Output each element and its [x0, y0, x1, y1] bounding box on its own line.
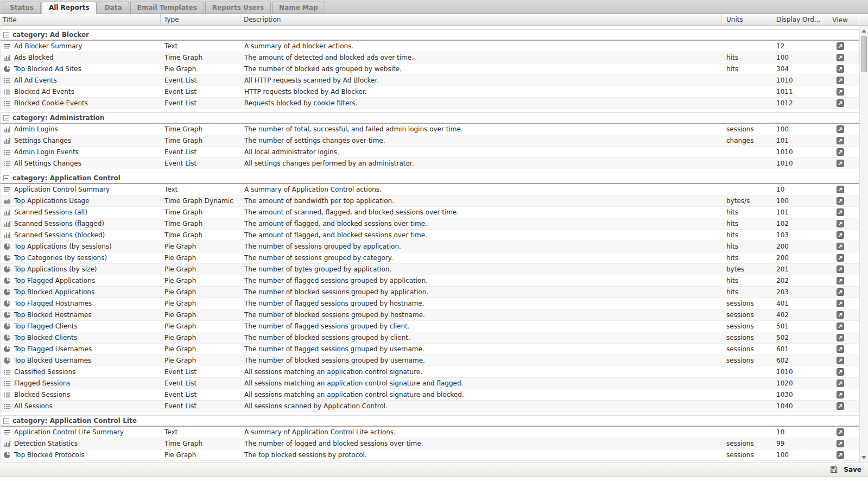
table-row[interactable]: Ad Blocker SummaryTextA summary of ad bl…	[1, 41, 859, 52]
tab-reports-users[interactable]: Reports Users	[205, 2, 271, 14]
collapse-minus-icon[interactable]	[3, 175, 9, 181]
open-report-icon[interactable]	[837, 440, 844, 447]
open-report-icon[interactable]	[837, 322, 844, 330]
column-header-units[interactable]: Units	[722, 14, 772, 26]
table-row[interactable]: Top Blocked ApplicationsPie GraphThe num…	[1, 287, 859, 298]
collapse-minus-icon[interactable]	[3, 418, 9, 424]
table-row[interactable]: Flagged SessionsEvent ListAll sessions m…	[1, 378, 859, 389]
open-report-icon[interactable]	[837, 345, 844, 353]
event-list-icon	[3, 99, 11, 107]
open-report-icon[interactable]	[837, 197, 844, 205]
table-row[interactable]: Top Blocked UsernamesPie GraphThe number…	[1, 355, 859, 366]
open-report-icon[interactable]	[837, 137, 844, 144]
table-row[interactable]: Blocked SessionsEvent ListAll sessions m…	[1, 389, 859, 401]
open-report-icon[interactable]	[837, 125, 844, 133]
open-report-icon[interactable]	[837, 99, 844, 107]
table-row[interactable]: Scanned Sessions (all)Time GraphThe amou…	[1, 207, 859, 218]
open-report-icon[interactable]	[837, 148, 844, 156]
open-report-icon[interactable]	[837, 54, 844, 61]
scrollbar-thumb[interactable]	[861, 36, 867, 72]
scroll-up-icon[interactable]	[860, 27, 868, 35]
pie-chart-icon	[3, 277, 11, 284]
vertical-scrollbar[interactable]	[859, 26, 868, 463]
table-row[interactable]: Detection StatisticsTime GraphThe number…	[1, 438, 859, 450]
open-report-icon[interactable]	[837, 368, 844, 376]
category-header[interactable]: category: Ad Blocker	[1, 29, 859, 40]
table-row[interactable]: Top Blocked ProtocolsPie GraphThe top bl…	[1, 450, 859, 461]
tab-name-map[interactable]: Name Map	[272, 2, 325, 14]
column-header-type[interactable]: Type	[161, 14, 240, 26]
open-report-icon[interactable]	[837, 428, 844, 436]
report-title: Flagged Sessions	[14, 378, 71, 389]
open-report-icon[interactable]	[837, 65, 844, 73]
open-report-icon[interactable]	[837, 288, 844, 296]
report-display-order: 1010	[772, 147, 821, 157]
table-row[interactable]: Scanned Sessions (flagged)Time GraphThe …	[1, 218, 859, 230]
open-report-icon[interactable]	[837, 277, 844, 284]
open-report-icon[interactable]	[837, 160, 844, 167]
open-report-icon[interactable]	[837, 300, 844, 307]
column-header-description[interactable]: Description	[240, 14, 722, 26]
tab-status[interactable]: Status	[3, 2, 41, 14]
open-report-icon[interactable]	[837, 357, 844, 364]
open-report-icon[interactable]	[837, 265, 844, 273]
open-report-icon[interactable]	[837, 208, 844, 216]
table-row[interactable]: Top Applications (by size)Pie GraphThe n…	[1, 264, 859, 275]
table-row[interactable]: Admin Login EventsEvent ListAll local ad…	[1, 147, 859, 158]
open-report-icon[interactable]	[837, 243, 844, 250]
table-row[interactable]: Top Categories (by sessions)Pie GraphThe…	[1, 252, 859, 264]
open-report-icon[interactable]	[837, 42, 844, 50]
column-header-display-order[interactable]: Display Ord...	[772, 14, 821, 26]
category-header[interactable]: category: Application Control	[1, 173, 859, 183]
table-row[interactable]: Top Applications (by sessions)Pie GraphT…	[1, 241, 859, 252]
table-row[interactable]: Top Flagged UsernamesPie GraphThe number…	[1, 344, 859, 355]
open-report-icon[interactable]	[837, 379, 844, 387]
open-report-icon[interactable]	[837, 220, 844, 227]
scroll-down-icon[interactable]	[860, 453, 868, 462]
open-report-icon[interactable]	[837, 391, 844, 398]
table-row[interactable]: Top Flagged ApplicationsPie GraphThe num…	[1, 275, 859, 287]
table-row[interactable]: Top Blocked Ad SitesPie GraphThe number …	[1, 64, 859, 75]
category-header[interactable]: category: Administration	[1, 112, 859, 123]
table-row[interactable]: Classified SessionsEvent ListAll session…	[1, 366, 859, 378]
report-type: Pie Graph	[161, 309, 241, 320]
column-header-view[interactable]: View	[821, 14, 859, 26]
table-row[interactable]: Application Control SummaryTextA summary…	[1, 184, 859, 195]
open-report-icon[interactable]	[837, 88, 844, 96]
table-row[interactable]: Ads BlockedTime GraphThe amount of detec…	[1, 52, 859, 64]
table-row[interactable]: Top Blocked ClientsPie GraphThe number o…	[1, 332, 859, 344]
table-row[interactable]: All SessionsEvent ListAll sessions scann…	[1, 401, 859, 412]
table-row[interactable]: Application Control Lite SummaryTextA su…	[1, 427, 859, 438]
tab-all-reports[interactable]: All Reports	[42, 2, 97, 14]
table-row[interactable]: Top Applications UsageTime Graph Dynamic…	[1, 195, 859, 207]
table-row[interactable]: Blocked Cookie EventsEvent ListRequests …	[1, 98, 859, 109]
open-report-icon[interactable]	[837, 402, 844, 410]
report-type: Event List	[161, 378, 241, 389]
report-description: The number of flagged sessions grouped b…	[241, 298, 722, 309]
table-row[interactable]: Admin LoginsTime GraphThe number of tota…	[1, 124, 859, 135]
table-row[interactable]: All Settings ChangesEvent ListAll settin…	[1, 158, 859, 169]
table-row[interactable]: Top Blocked HostnamesPie GraphThe number…	[1, 309, 859, 321]
table-row[interactable]: Top Flagged ClientsPie GraphThe number o…	[1, 321, 859, 332]
table-row[interactable]: Settings ChangesTime GraphThe number of …	[1, 135, 859, 147]
save-button[interactable]: Save	[828, 465, 863, 474]
table-row[interactable]: All Ad EventsEvent ListAll HTTP requests…	[1, 75, 859, 86]
open-report-icon[interactable]	[837, 186, 844, 193]
tab-data[interactable]: Data	[98, 2, 129, 14]
open-report-icon[interactable]	[837, 451, 844, 459]
pie-chart-icon	[3, 322, 11, 330]
tab-email-templates[interactable]: Email Templates	[130, 2, 204, 14]
open-report-icon[interactable]	[837, 311, 844, 319]
table-row[interactable]: Top Flagged HostnamesPie GraphThe number…	[1, 298, 859, 309]
category-header[interactable]: category: Application Control Lite	[1, 415, 859, 426]
collapse-minus-icon[interactable]	[3, 115, 9, 121]
table-row[interactable]: Blocked Ad EventsEvent ListHTTP requests…	[1, 86, 859, 98]
column-header-title[interactable]: Title	[0, 14, 161, 26]
open-report-icon[interactable]	[837, 77, 844, 84]
report-type: Time Graph	[161, 52, 241, 63]
open-report-icon[interactable]	[837, 334, 844, 341]
open-report-icon[interactable]	[837, 254, 844, 262]
open-report-icon[interactable]	[837, 231, 844, 239]
table-row[interactable]: Scanned Sessions (blocked)Time GraphThe …	[1, 230, 859, 241]
collapse-minus-icon[interactable]	[3, 32, 9, 38]
